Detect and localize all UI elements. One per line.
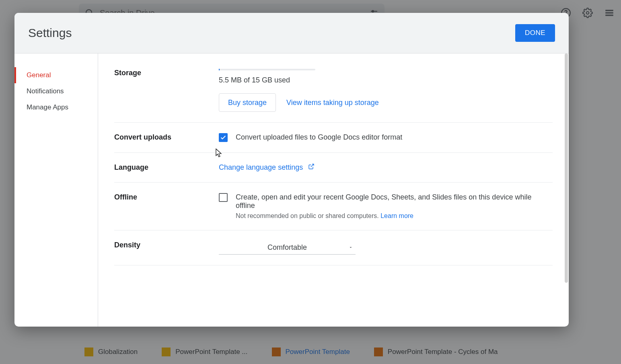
svg-rect-9 (605, 10, 613, 11)
list-view-icon[interactable] (604, 8, 615, 18)
svg-line-12 (311, 164, 314, 167)
gear-icon[interactable] (582, 8, 593, 18)
list-item[interactable]: PowerPoint Template ... (162, 348, 247, 356)
offline-checkbox[interactable] (219, 193, 228, 202)
section-storage: Storage 5.5 MB of 15 GB used Buy storage… (114, 65, 553, 123)
done-button[interactable]: DONE (515, 24, 555, 42)
settings-content: Storage 5.5 MB of 15 GB used Buy storage… (98, 53, 569, 327)
offline-helper-text: Not recommended on public or shared comp… (236, 212, 379, 219)
storage-used-text: 5.5 MB of 15 GB used (219, 76, 553, 84)
section-offline: Offline Create, open and edit your recen… (114, 183, 553, 230)
dialog-title: Settings (28, 26, 72, 40)
svg-rect-11 (605, 14, 613, 16)
svg-point-8 (586, 12, 589, 14)
ppt-icon (272, 348, 281, 356)
sidebar-item-general[interactable]: General (14, 67, 98, 83)
section-density: Density Comfortable (114, 230, 553, 265)
external-link-icon (308, 163, 315, 170)
learn-more-link[interactable]: Learn more (380, 212, 413, 219)
section-label: Language (114, 163, 219, 172)
list-item[interactable]: PowerPoint Template (272, 348, 350, 356)
svg-marker-13 (350, 247, 352, 248)
slides-icon (162, 348, 171, 356)
ppt-icon (374, 348, 383, 356)
svg-rect-10 (605, 12, 613, 13)
section-convert-uploads: Convert uploads Convert uploaded files t… (114, 123, 553, 153)
chevron-down-icon (348, 243, 353, 252)
svg-point-4 (372, 10, 374, 12)
section-language: Language Change language settings (114, 153, 553, 183)
density-value: Comfortable (267, 243, 307, 252)
change-language-link[interactable]: Change language settings (219, 163, 315, 171)
section-label: Storage (114, 69, 219, 112)
section-label: Offline (114, 193, 219, 220)
section-label: Convert uploads (114, 133, 219, 142)
file-name: PowerPoint Template (286, 348, 350, 356)
check-icon (220, 134, 226, 141)
offline-label: Create, open and edit your recent Google… (236, 193, 553, 210)
settings-dialog: Settings DONE General Notifications Mana… (14, 13, 569, 327)
file-name: PowerPoint Template ... (175, 348, 247, 356)
settings-sidebar: General Notifications Manage Apps (14, 53, 98, 327)
section-label: Density (114, 241, 219, 255)
convert-uploads-checkbox[interactable] (219, 133, 228, 142)
dialog-header: Settings DONE (14, 13, 569, 53)
sidebar-item-manage-apps[interactable]: Manage Apps (14, 99, 98, 115)
slides-icon (84, 348, 93, 356)
density-select[interactable]: Comfortable (219, 241, 356, 255)
list-item[interactable]: PowerPoint Template - Cycles of Ma (374, 348, 498, 356)
file-name: Globalization (98, 348, 138, 356)
buy-storage-button[interactable]: Buy storage (219, 93, 276, 112)
sidebar-item-notifications[interactable]: Notifications (14, 83, 98, 99)
list-item[interactable]: Globalization (84, 348, 138, 356)
file-name: PowerPoint Template - Cycles of Ma (388, 348, 498, 356)
view-storage-link[interactable]: View items taking up storage (286, 99, 379, 107)
bg-files-row: Globalization PowerPoint Template ... Po… (84, 324, 621, 364)
convert-uploads-label: Convert uploaded files to Google Docs ed… (236, 133, 402, 142)
scrollbar[interactable] (565, 53, 568, 283)
storage-progress (219, 69, 315, 70)
